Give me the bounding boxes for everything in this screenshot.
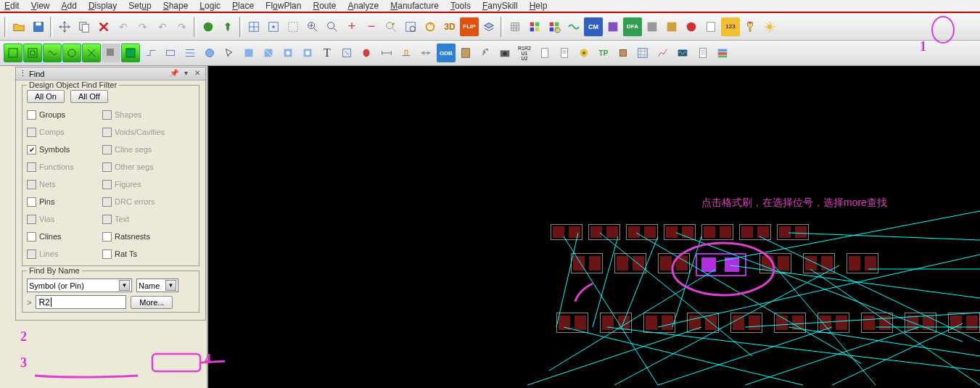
ruler-icon[interactable]: 123 [721, 17, 740, 36]
doc1-icon[interactable] [535, 44, 554, 62]
filter-ratsnests[interactable]: Ratsnests [102, 232, 178, 242]
stop-icon[interactable] [682, 17, 701, 36]
target-icon[interactable] [575, 44, 593, 62]
shape6-icon[interactable] [337, 44, 356, 62]
mode-btn-5[interactable] [82, 44, 101, 62]
format-paint-icon[interactable] [741, 17, 759, 36]
zoom-plus-icon[interactable]: + [342, 17, 361, 36]
draw-rect-icon[interactable] [161, 44, 180, 62]
note-icon[interactable] [693, 44, 712, 62]
bug-icon[interactable] [357, 44, 376, 62]
all-off-button[interactable]: All Off [70, 90, 108, 103]
menu-manufacture[interactable]: Manufacture [390, 1, 439, 11]
colors1-icon[interactable] [525, 17, 544, 36]
layers-icon[interactable] [479, 17, 498, 36]
checkbox-icon[interactable] [27, 110, 36, 120]
menu-tools[interactable]: Tools [450, 1, 471, 11]
pin-panel-icon[interactable]: 📌 [169, 69, 179, 79]
cursor-icon[interactable] [220, 44, 239, 62]
open-icon[interactable] [9, 17, 28, 36]
menu-setup[interactable]: Setup [128, 1, 151, 11]
shape4-icon[interactable] [298, 44, 317, 62]
zoom-prev-icon[interactable] [382, 17, 400, 36]
filter-symbols[interactable]: ✔Symbols [27, 145, 102, 154]
save-icon[interactable] [29, 17, 48, 36]
text-icon[interactable]: T [318, 44, 337, 62]
book-icon[interactable] [456, 44, 475, 62]
zoom-fit-icon[interactable] [323, 17, 342, 36]
menu-shape[interactable]: Shape [163, 1, 189, 11]
delete-icon[interactable] [94, 17, 113, 36]
mode-btn-3[interactable] [43, 44, 62, 62]
undo2-icon[interactable]: ↶ [153, 17, 172, 36]
close-panel-icon[interactable]: ✕ [192, 69, 202, 79]
copy-icon[interactable] [75, 17, 94, 36]
grid2-icon[interactable] [264, 17, 283, 36]
dim1-icon[interactable] [377, 44, 396, 62]
wave-icon[interactable] [564, 17, 583, 36]
chart-icon[interactable] [654, 44, 672, 62]
draw-line-icon[interactable] [141, 44, 160, 62]
menu-view[interactable]: View [31, 1, 50, 11]
sun-icon[interactable] [760, 17, 779, 36]
menu-logic[interactable]: Logic [199, 1, 221, 11]
grid1-icon[interactable] [244, 17, 263, 36]
grid-icon[interactable] [506, 17, 524, 36]
zoom-sel-icon[interactable] [401, 17, 420, 36]
draw-circle-icon[interactable] [200, 44, 219, 62]
refresh-icon[interactable] [421, 17, 440, 36]
flip-icon[interactable]: FLIP [460, 17, 479, 36]
shape1-icon[interactable] [239, 44, 258, 62]
tp-icon[interactable]: TP [594, 44, 613, 62]
dfa-icon[interactable]: DFA [623, 17, 642, 36]
draw-lines-icon[interactable] [181, 44, 199, 62]
menu-analyze[interactable]: Analyze [348, 1, 379, 11]
list-icon[interactable] [604, 17, 622, 36]
redo2-icon[interactable]: ↷ [173, 17, 192, 36]
checkbox-icon[interactable] [27, 197, 36, 207]
mode-btn-2[interactable] [23, 44, 42, 62]
mode-btn-4[interactable] [62, 44, 81, 62]
table-icon[interactable] [643, 17, 662, 36]
scope-icon[interactable] [673, 44, 692, 62]
tool-a-icon[interactable] [662, 17, 681, 36]
menu-flowplan[interactable]: FlowPlan [265, 1, 301, 11]
pin-icon[interactable] [218, 17, 237, 36]
doc2-icon[interactable] [555, 44, 574, 62]
dim2-icon[interactable] [397, 44, 416, 62]
shape3-icon[interactable] [279, 44, 297, 62]
cm-icon[interactable]: CM [584, 17, 603, 36]
layers2-icon[interactable] [713, 44, 732, 62]
checkbox-icon[interactable]: ✔ [27, 145, 36, 154]
all-on-button[interactable]: All On [27, 90, 65, 103]
zoom-box-icon[interactable] [284, 17, 302, 36]
r1r2-icon[interactable]: R1R2U1U2 [515, 44, 534, 62]
type-select[interactable]: Symbol (or Pin)▼ [27, 278, 132, 292]
checkbox-icon[interactable] [102, 232, 112, 242]
move-icon[interactable] [55, 17, 74, 36]
design-canvas[interactable]: 点击格式刷，在选择位号，选择more查找 [208, 66, 980, 388]
undo-icon[interactable]: ↶ [114, 17, 133, 36]
find-input[interactable]: R2 [36, 295, 126, 309]
filter-groups[interactable]: Groups [27, 110, 102, 120]
menu-fanyskill[interactable]: FanySkill [482, 1, 518, 11]
checkbox-icon[interactable] [27, 232, 36, 242]
camera-icon[interactable] [495, 44, 514, 62]
menu-edit[interactable]: Edit [4, 1, 20, 11]
menu-help[interactable]: Help [530, 1, 548, 11]
zoom-in-icon[interactable] [303, 17, 322, 36]
checkbox-icon[interactable] [102, 249, 112, 259]
menu-route[interactable]: Route [313, 1, 336, 11]
3d-icon[interactable]: 3D [440, 17, 459, 36]
report-icon[interactable] [701, 17, 720, 36]
dropdown-panel-icon[interactable]: ▾ [181, 69, 191, 79]
filter-pins[interactable]: Pins [27, 197, 102, 207]
zoom-minus-icon[interactable]: − [362, 17, 381, 36]
globe-icon[interactable] [199, 17, 218, 36]
wrench-icon[interactable] [476, 44, 495, 62]
redo-icon[interactable]: ↷ [133, 17, 152, 36]
odb-icon[interactable]: ODB [437, 44, 456, 62]
mode-btn-7[interactable] [121, 44, 140, 62]
mode-btn-1[interactable] [4, 44, 22, 62]
menu-display[interactable]: Display [88, 1, 117, 11]
